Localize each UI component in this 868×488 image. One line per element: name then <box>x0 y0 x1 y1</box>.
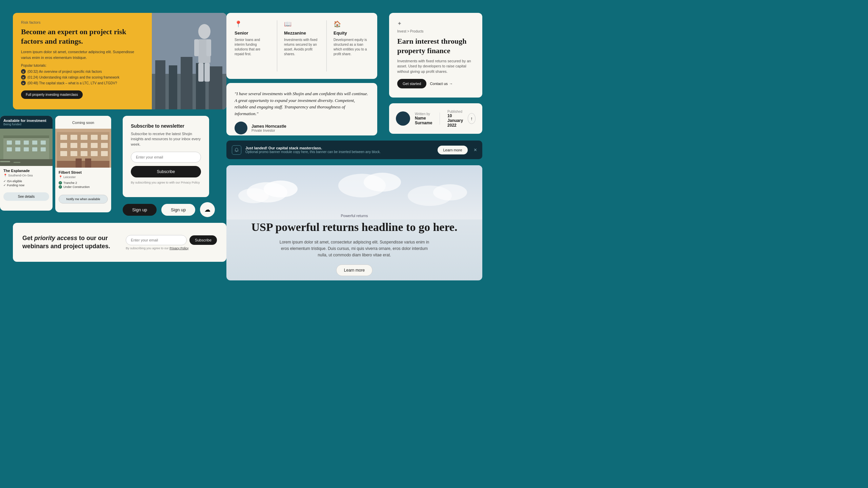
published-info: Published 10 January 2022 <box>447 110 463 128</box>
product-equity-name: Equity <box>334 30 369 36</box>
risk-label: Risk factors <box>21 20 144 24</box>
divider-1 <box>277 20 277 71</box>
svg-rect-42 <box>70 151 77 156</box>
product-equity-desc: Development equity is structured as a lo… <box>334 38 369 57</box>
author-separator <box>440 112 440 125</box>
product-senior-name: Senior <box>235 30 270 36</box>
product-senior: 📍 Senior Senior loans and interim fundin… <box>235 20 270 71</box>
subscribe-email-input[interactable] <box>131 152 201 163</box>
svg-rect-12 <box>204 63 210 82</box>
svg-rect-17 <box>15 141 20 145</box>
banner-subtitle: Optional promo banner module copy here, … <box>245 150 433 154</box>
svg-rect-38 <box>81 143 87 148</box>
svg-rect-46 <box>57 161 109 168</box>
notify-button[interactable]: Notify me when available <box>59 195 108 204</box>
isa-eligible: ✓ ISA eligible <box>3 179 49 183</box>
usp-sub-label: Powerful returns <box>341 214 368 218</box>
masterclass-button[interactable]: Full property investing masterclass <box>21 90 83 99</box>
svg-rect-33 <box>81 135 87 140</box>
author-card-name: Name Surname <box>415 116 432 125</box>
coming-soon-info: Filbert Street 📍 Leicester Tranche 2 Und… <box>55 168 111 192</box>
just-landed-banner: Just landed! Our capital stack mastercla… <box>226 141 482 159</box>
svg-rect-6 <box>209 66 222 109</box>
priority-subscribe-button[interactable]: Subscribe <box>189 235 217 245</box>
product-senior-desc: Senior loans and interim funding solutio… <box>235 38 270 57</box>
svg-rect-10 <box>206 39 211 56</box>
author-card: Written by Name Surname Published 10 Jan… <box>389 103 482 134</box>
property-info: The Esplanade 📍 Southend-On-Sea ✓ ISA el… <box>0 166 53 190</box>
get-started-button[interactable]: Get started <box>397 79 426 88</box>
svg-rect-28 <box>14 162 20 163</box>
product-equity: 🏠 Equity Development equity is structure… <box>334 20 369 71</box>
property-name: The Esplanade <box>3 169 49 173</box>
coming-soon-name: Filbert Street <box>59 170 108 174</box>
svg-rect-31 <box>60 135 67 140</box>
testimonial-author: James Horncastle Private Investor <box>235 122 369 134</box>
bell-icon <box>232 145 241 155</box>
priority-email-row: Subscribe <box>126 235 217 245</box>
tutorial-item-2: (01:24) Understanding risk ratings and t… <box>21 75 144 80</box>
construction-check-icon <box>59 185 62 189</box>
contact-us-button[interactable]: Contact us → <box>430 82 453 86</box>
svg-rect-24 <box>32 147 37 151</box>
play-icon-3[interactable] <box>21 81 26 85</box>
banner-close-button[interactable]: × <box>474 147 477 153</box>
svg-rect-41 <box>60 151 67 156</box>
svg-point-7 <box>198 24 210 39</box>
sparkle-icon: ✦ <box>397 20 474 27</box>
cloud-button[interactable]: ☁ <box>200 202 215 217</box>
published-date: 10 January 2022 <box>447 113 463 128</box>
priority-email-input[interactable] <box>126 235 187 245</box>
subscribe-button[interactable]: Subscribe <box>131 166 201 177</box>
author-role: Private Investor <box>251 129 286 132</box>
tranche-row: Tranche 2 <box>59 181 108 185</box>
svg-rect-20 <box>41 141 46 145</box>
svg-point-56 <box>433 184 467 200</box>
banner-text: Just landed! Our capital stack mastercla… <box>245 146 433 154</box>
signup-button-dark[interactable]: Sign up <box>123 204 157 216</box>
svg-rect-36 <box>60 143 67 148</box>
product-mezzanine-name: Mezzanine <box>284 30 320 36</box>
svg-rect-27 <box>0 161 10 162</box>
svg-point-52 <box>238 188 269 203</box>
svg-rect-16 <box>7 141 12 145</box>
usp-learn-more-button[interactable]: Learn more <box>336 264 372 276</box>
property-location: 📍 Southend-On-Sea <box>3 174 49 177</box>
author-name: James Horncastle <box>251 124 286 129</box>
svg-rect-47 <box>76 158 82 168</box>
banner-learn-more-button[interactable]: Learn more <box>438 146 467 154</box>
privacy-policy-link[interactable]: Privacy Policy <box>169 247 188 250</box>
status-bar: Available for investment Being funded <box>0 116 53 129</box>
see-details-button[interactable]: See details <box>3 192 49 201</box>
signup-group: Sign up Sign up ☁ <box>123 202 215 217</box>
banner-title: Just landed! Our capital stack mastercla… <box>245 146 433 150</box>
signup-button-light[interactable]: Sign up <box>161 204 195 216</box>
svg-rect-19 <box>32 141 37 145</box>
svg-rect-15 <box>3 135 49 138</box>
svg-rect-4 <box>181 57 193 109</box>
tranche-check-icon <box>59 181 62 185</box>
risk-title: Become an expert on project risk factors… <box>21 27 144 46</box>
construction-label: Under Construction <box>63 185 90 189</box>
published-label: Published <box>447 110 463 113</box>
risk-desc: Lorem ipsum dolor sit amet, consectetur … <box>21 49 144 60</box>
risk-factors-card: Risk factors Become an expert on project… <box>13 13 226 109</box>
svg-rect-44 <box>91 151 98 156</box>
priority-form: Subscribe By subscribing you agree to ou… <box>126 235 217 250</box>
author-avatar <box>235 122 247 134</box>
risk-card-image <box>152 13 226 109</box>
author-arrow-button[interactable]: ↑ <box>468 113 476 124</box>
play-icon-1[interactable] <box>21 69 26 74</box>
usp-headline: USP powerful returns headline to go here… <box>251 220 458 234</box>
svg-rect-3 <box>169 65 177 109</box>
usp-desc: Lorem ipsum dolor sit amet, consectetur … <box>277 239 432 259</box>
subscribe-card: Subscribe to newsletter Subscribe to rec… <box>123 116 209 197</box>
coming-soon-header: Coming soon <box>55 116 111 129</box>
tutorial-item-3: (00:48) The capital stack – what is a LT… <box>21 81 144 85</box>
product-types-card: 📍 Senior Senior loans and interim fundin… <box>226 13 377 79</box>
product-mezzanine: 📖 Mezzanine Investments with fixed retur… <box>284 20 320 71</box>
play-icon-2[interactable] <box>21 75 26 80</box>
construction-row: Under Construction <box>59 185 108 189</box>
investment-available-card: Available for investment Being funded <box>0 116 53 211</box>
svg-rect-21 <box>7 147 12 151</box>
